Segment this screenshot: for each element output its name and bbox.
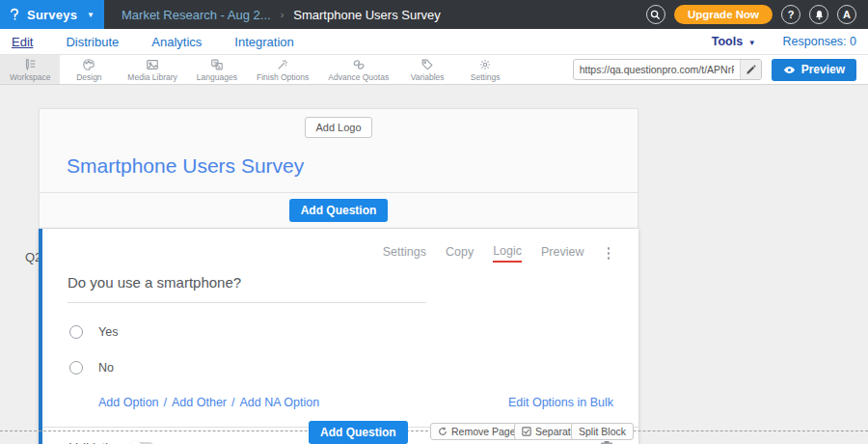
workspace-icon [23, 58, 37, 71]
question-action-tabs: Settings Copy Logic Preview [42, 229, 638, 266]
toolbar-label: Finish Options [257, 72, 309, 82]
add-na-option-link[interactable]: Add NA Option [240, 396, 320, 409]
survey-title[interactable]: Smartphone Users Survey [40, 138, 637, 192]
add-question-button-bottom[interactable]: Add Question [309, 421, 408, 444]
edit-options-in-bulk-link[interactable]: Edit Options in Bulk [508, 396, 613, 409]
breadcrumb-current-page: Smartphone Users Survey [293, 8, 440, 22]
question-tab-settings[interactable]: Settings [383, 245, 426, 262]
split-block-label: Split Block [579, 426, 626, 437]
toolbar-label: Workspace [10, 72, 50, 82]
image-icon [146, 58, 159, 71]
menu-bar: Edit Distribute Analytics Integration To… [0, 29, 868, 55]
question-tab-preview[interactable]: Preview [541, 245, 583, 262]
tools-dropdown[interactable]: Tools ▼ [712, 35, 756, 48]
svg-text:A: A [218, 64, 221, 69]
sync-icon [438, 427, 448, 436]
palette-icon [82, 58, 95, 71]
questionpro-logo-icon [10, 6, 19, 23]
toolbar-item-advance-quotas[interactable]: Advance Quotas [318, 55, 398, 84]
add-question-button-top[interactable]: Add Question [289, 199, 389, 222]
top-bar: Surveys ▼ Market Research - Aug 2... › S… [0, 0, 868, 29]
tools-label: Tools [712, 35, 743, 48]
tab-integration[interactable]: Integration [234, 35, 293, 49]
toolbar-label: Media Library [127, 72, 177, 82]
toolbar-label: Advance Quotas [328, 72, 389, 82]
toolbar-item-languages[interactable]: 文A Languages [187, 55, 247, 84]
toolbar-label: Variables [411, 72, 445, 82]
responses-count[interactable]: Responses: 0 [783, 35, 856, 48]
translate-icon: 文A [210, 58, 224, 71]
toolbar-item-design[interactable]: Design [60, 55, 118, 84]
link-separator: / [231, 396, 234, 409]
option-links-row: Add Option / Add Other / Add NA Option E… [98, 396, 613, 409]
notifications-bell-icon[interactable] [809, 5, 828, 24]
toolbar-item-settings[interactable]: Settings [456, 55, 514, 84]
preview-label: Preview [801, 63, 845, 76]
preview-button[interactable]: Preview [772, 59, 856, 81]
survey-card: Add Logo Smartphone Users Survey Add Que… [39, 108, 638, 444]
edit-url-pencil-icon[interactable] [740, 60, 761, 79]
help-button[interactable]: ? [781, 5, 800, 24]
gear-icon [478, 58, 492, 71]
survey-url-box [573, 59, 762, 80]
option-label-yes[interactable]: Yes [98, 325, 118, 339]
question-tab-logic[interactable]: Logic [493, 244, 522, 263]
toolbar-item-variables[interactable]: Variables [398, 55, 456, 84]
topbar-actions: Upgrade Now ? A [646, 0, 868, 29]
chevron-down-icon: ▼ [87, 11, 95, 19]
surveys-product-menu[interactable]: Surveys ▼ [0, 0, 104, 29]
radio-button-yes[interactable] [69, 325, 83, 339]
chevron-down-icon: ▼ [748, 39, 756, 47]
survey-header-section: Add Logo Smartphone Users Survey Add Que… [39, 108, 638, 229]
upgrade-now-button[interactable]: Upgrade Now [674, 5, 773, 24]
answer-option-row: No [69, 339, 638, 375]
chain-links-icon [352, 58, 366, 71]
question-more-options-icon[interactable] [604, 245, 614, 262]
add-other-link[interactable]: Add Other [172, 396, 227, 409]
link-separator: / [164, 396, 167, 409]
breadcrumb-folder[interactable]: Market Research - Aug 2... [122, 8, 271, 22]
tab-edit[interactable]: Edit [12, 35, 33, 49]
radio-button-no[interactable] [69, 361, 83, 375]
toolbar-item-workspace[interactable]: Workspace [0, 55, 60, 84]
question-tab-copy[interactable]: Copy [446, 245, 474, 262]
workspace-toolbar: Workspace Design Media Library 文A Langua… [0, 55, 868, 85]
toolbar-label: Design [76, 72, 101, 82]
search-icon[interactable] [646, 5, 665, 24]
tab-analytics[interactable]: Analytics [151, 35, 202, 49]
avatar[interactable]: A [837, 5, 856, 24]
toolbar-item-finish-options[interactable]: Finish Options [247, 55, 318, 84]
survey-editor-canvas: Q2 Add Logo Smartphone Users Survey Add … [0, 85, 868, 444]
toolbar-label: Settings [471, 72, 501, 82]
toolbar-label: Languages [197, 72, 237, 82]
page-break-strip: Add Question Remove Page Break Separator… [0, 420, 868, 443]
question-text[interactable]: Do you use a smartphone? [68, 274, 426, 303]
add-option-link[interactable]: Add Option [98, 396, 159, 409]
option-label-no[interactable]: No [98, 361, 114, 375]
question-block: Settings Copy Logic Preview Do you use a… [39, 229, 638, 444]
answer-option-row: Yes [69, 303, 638, 339]
product-name: Surveys [27, 8, 77, 22]
checkbox-checked-icon [522, 427, 531, 436]
split-block-button[interactable]: Split Block [571, 423, 634, 440]
survey-url-input[interactable] [574, 64, 740, 75]
toolbar-item-media-library[interactable]: Media Library [118, 55, 187, 84]
magic-wand-icon [276, 58, 289, 71]
chevron-right-icon: › [281, 9, 285, 20]
tag-icon [420, 58, 434, 71]
tab-distribute[interactable]: Distribute [66, 35, 119, 49]
eye-icon [783, 66, 796, 74]
breadcrumb: Market Research - Aug 2... › Smartphone … [122, 0, 441, 29]
add-logo-button[interactable]: Add Logo [305, 117, 371, 138]
add-question-row: Add Question [40, 192, 637, 228]
